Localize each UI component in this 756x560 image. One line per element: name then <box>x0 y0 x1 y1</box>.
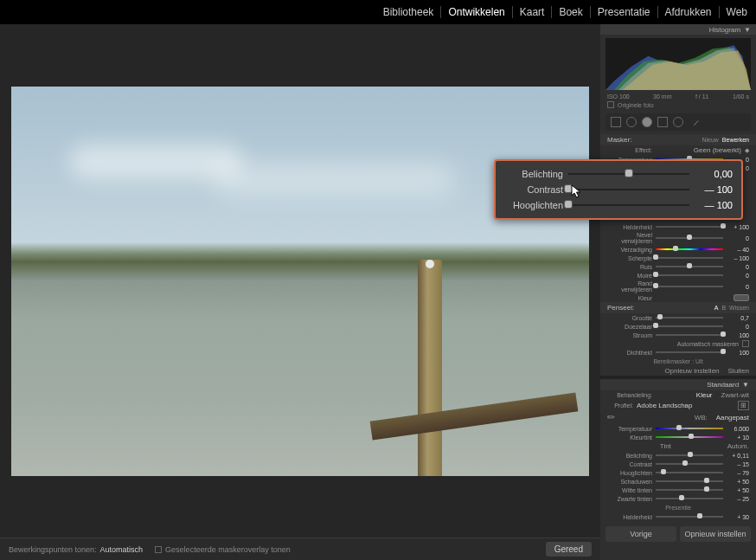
local-moire-slider[interactable] <box>656 274 723 277</box>
basic-shadows-label: Schaduwen <box>607 479 652 485</box>
nav-ontwikkelen[interactable]: Ontwikkelen <box>441 6 512 18</box>
popup-contrast-value: — 100 <box>695 184 733 195</box>
basic-clarity-slider[interactable] <box>656 515 723 518</box>
effect-label: Effect: <box>607 147 652 153</box>
basic-highlights-label: Hooglichten <box>607 470 652 476</box>
local-noise-label: Ruis <box>607 264 652 270</box>
basic-temp-slider[interactable] <box>656 427 723 430</box>
treatment-color[interactable]: Kleur <box>696 391 713 399</box>
local-defringe-label: Rand verwijderen <box>607 280 652 293</box>
brush-size-slider[interactable] <box>656 316 723 319</box>
original-toggle[interactable]: Originele foto <box>600 100 756 110</box>
eyedropper-icon[interactable]: ✎ <box>605 411 618 425</box>
mask-new-pill[interactable]: Nieuw <box>702 137 718 143</box>
basic-exposure-slider[interactable] <box>656 454 723 457</box>
local-clarity-label: Helderheid <box>607 224 652 230</box>
popup-contrast-slider[interactable] <box>568 187 689 192</box>
tint-section-label: Tint <box>607 442 724 450</box>
profile-value[interactable]: Adobe Landschap <box>637 402 734 409</box>
top-navigation: Bibliotheek Ontwikkelen Kaart Boek Prese… <box>0 0 756 24</box>
basic-contrast-slider[interactable] <box>656 462 723 466</box>
redeye-tool-icon[interactable] <box>642 117 652 127</box>
spot-tool-icon[interactable] <box>626 117 637 127</box>
local-sharpness-slider[interactable] <box>656 256 723 260</box>
gradient-tool-icon[interactable] <box>657 117 668 127</box>
basic-clarity-label: Helderheid <box>607 514 652 520</box>
profile-grid-icon[interactable]: ⊞ <box>738 401 749 410</box>
basic-blacks-slider[interactable] <box>656 497 723 500</box>
previous-button[interactable]: Vorige <box>605 526 676 542</box>
auto-tone-button[interactable]: Autom. <box>727 442 749 450</box>
exif-meta: ISO 100 30 mm f / 11 1/60 s <box>600 93 756 100</box>
editor-canvas-area: Bewerkingspunten tonen: Automatisch Gese… <box>0 24 600 560</box>
local-dehaze-slider[interactable] <box>656 236 723 240</box>
crop-tool-icon[interactable] <box>611 117 621 127</box>
local-saturation-label: Verzadiging <box>607 247 652 253</box>
overlay-checkbox[interactable] <box>155 546 162 553</box>
done-button[interactable]: Gereed <box>546 542 592 557</box>
nav-boek[interactable]: Boek <box>552 6 590 18</box>
histogram[interactable] <box>605 38 751 90</box>
popup-contrast-label: Contrast <box>504 184 563 195</box>
popup-exposure-label: Belichting <box>504 169 563 179</box>
nav-afdrukken[interactable]: Afdrukken <box>658 6 720 18</box>
local-color-label: Kleur <box>607 295 652 301</box>
brush-flow-label: Stroom <box>607 332 652 338</box>
effect-value[interactable]: Geen (bewerkt) <box>656 146 741 154</box>
brush-a[interactable]: A <box>714 305 719 311</box>
close-brush-button[interactable]: Sluiten <box>728 367 749 375</box>
brush-tool-icon[interactable]: ⟋ <box>692 118 701 127</box>
brush-density-label: Dichtheid <box>607 350 652 356</box>
popup-highlights-label: Hooglichten <box>504 200 563 210</box>
treatment-bw[interactable]: Zwart-wit <box>721 391 749 399</box>
treatment-label: Behandeling: <box>607 392 652 398</box>
mask-edit-pill[interactable]: Bewerken <box>722 137 749 143</box>
highlighted-sliders-popup: Belichting 0,00 Contrast — 100 Hooglicht… <box>494 159 743 220</box>
brush-b[interactable]: B <box>721 305 726 311</box>
wb-value[interactable]: Aangepast <box>716 414 749 422</box>
basic-temp-label: Temperatuur <box>607 426 652 432</box>
reset-button[interactable]: Opnieuw instellen <box>680 526 751 542</box>
overlay-label: Geselecteerde maskeroverlay tonen <box>165 545 291 554</box>
range-mask-label[interactable]: Bereikmasker : Uit <box>600 357 756 366</box>
nav-web[interactable]: Web <box>720 6 747 18</box>
histogram-header[interactable]: Histogram▼ <box>600 24 756 35</box>
local-defringe-slider[interactable] <box>656 285 723 288</box>
basic-tint-slider[interactable] <box>656 435 723 439</box>
mask-header: Masker: Nieuw Bewerken <box>600 134 756 145</box>
basic-whites-slider[interactable] <box>656 488 723 492</box>
basic-highlights-slider[interactable] <box>656 471 723 474</box>
nav-kaart[interactable]: Kaart <box>513 6 553 18</box>
right-panel: Histogram▼ ISO 100 30 mm f / 11 1/60 s O… <box>600 24 756 560</box>
popup-highlights-slider[interactable] <box>568 203 689 208</box>
popup-exposure-slider[interactable] <box>568 171 689 177</box>
basic-shadows-slider[interactable] <box>656 480 723 483</box>
color-swatch[interactable] <box>734 294 749 301</box>
radial-tool-icon[interactable] <box>673 117 683 127</box>
nav-bibliotheek[interactable]: Bibliotheek <box>376 6 442 18</box>
brush-feather-slider[interactable] <box>656 325 723 328</box>
basic-tint-label: Kleurtint <box>607 434 652 441</box>
reset-brush-button[interactable]: Opnieuw instellen <box>664 367 719 375</box>
photo-preview[interactable] <box>11 87 589 476</box>
edit-points-label: Bewerkingspunten tonen: <box>9 545 97 554</box>
brush-header: Penseel: A B Wissen <box>600 302 756 313</box>
basic-header[interactable]: Standaard▼ <box>600 379 756 390</box>
local-saturation-slider[interactable] <box>656 248 723 251</box>
brush-feather-label: Doezelaar <box>607 324 652 330</box>
brush-erase[interactable]: Wissen <box>729 305 749 311</box>
brush-size-label: Grootte <box>607 315 652 321</box>
popup-highlights-value: — 100 <box>695 200 733 210</box>
local-dehaze-label: Nevel verwijderen <box>607 232 652 244</box>
nav-presentatie[interactable]: Presentatie <box>591 6 658 18</box>
brush-flow-slider[interactable] <box>656 333 723 337</box>
popup-exposure-value: 0,00 <box>695 169 733 179</box>
local-noise-slider[interactable] <box>656 265 723 268</box>
edit-points-mode[interactable]: Automatisch <box>100 545 144 554</box>
automask-label: Automatisch maskeren <box>607 341 739 347</box>
automask-checkbox[interactable] <box>742 340 749 347</box>
profile-label: Profiel: <box>607 402 633 409</box>
brush-density-slider[interactable] <box>656 351 723 354</box>
local-clarity-slider[interactable] <box>656 225 723 229</box>
basic-exposure-label: Belichting <box>607 453 652 459</box>
